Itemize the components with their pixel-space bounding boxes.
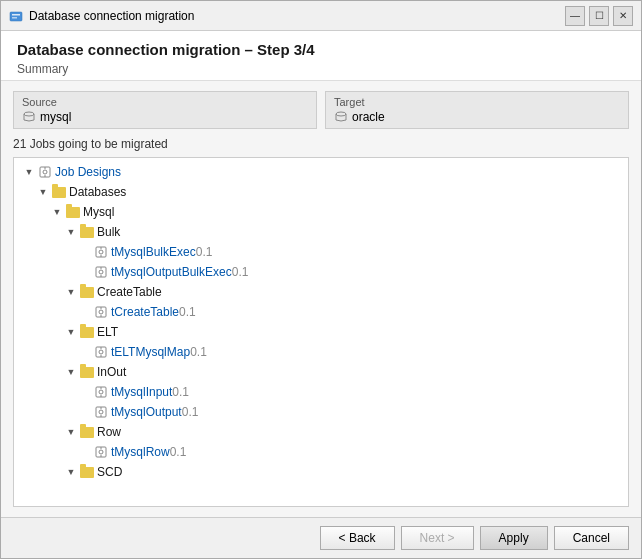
tree-item[interactable]: tMysqlInput 0.1 (14, 382, 628, 402)
tree-item-label: Mysql (83, 203, 114, 221)
tree-toggle-empty (78, 405, 92, 419)
tree-item[interactable]: tMysqlBulkExec 0.1 (14, 242, 628, 262)
tree-item[interactable]: tELTMysqlMap 0.1 (14, 342, 628, 362)
source-value-text: mysql (40, 110, 71, 124)
tree-item[interactable]: ▼ELT (14, 322, 628, 342)
source-box: Source mysql (13, 91, 317, 129)
target-value: oracle (334, 110, 620, 124)
source-value: mysql (22, 110, 308, 124)
tree-item-version: 0.1 (179, 303, 196, 321)
maximize-button[interactable]: ☐ (589, 6, 609, 26)
target-label: Target (334, 96, 620, 108)
component-icon (94, 406, 108, 418)
tree-toggle-empty (78, 385, 92, 399)
tree-item-label: tELTMysqlMap (111, 343, 190, 361)
jobs-count: 21 Jobs going to be migrated (13, 137, 629, 151)
tree-item[interactable]: ▼InOut (14, 362, 628, 382)
tree-item-label: Job Designs (55, 163, 121, 181)
svg-point-10 (99, 250, 103, 254)
tree-item-version: 0.1 (170, 443, 187, 461)
svg-rect-2 (12, 17, 17, 19)
folder-icon (80, 227, 94, 238)
dialog-header: Database connection migration – Step 3/4… (1, 31, 641, 81)
tree-item[interactable]: ▼Row (14, 422, 628, 442)
component-icon (94, 306, 108, 318)
tree-toggle-empty (78, 345, 92, 359)
tree-container[interactable]: ▼ Job Designs▼Databases▼Mysql▼Bulk tMysq… (13, 157, 629, 507)
svg-point-30 (99, 410, 103, 414)
source-label: Source (22, 96, 308, 108)
component-icon (94, 246, 108, 258)
folder-icon (80, 367, 94, 378)
svg-point-4 (336, 112, 346, 116)
tree-toggle[interactable]: ▼ (64, 365, 78, 379)
tree-toggle-empty (78, 305, 92, 319)
tree-item[interactable]: tMysqlOutput 0.1 (14, 402, 628, 422)
tree-item-label: Databases (69, 183, 126, 201)
app-icon (9, 9, 23, 23)
target-db-icon (334, 111, 348, 123)
component-icon (94, 266, 108, 278)
tree-item-label: tMysqlOutputBulkExec (111, 263, 232, 281)
svg-point-14 (99, 270, 103, 274)
tree-item-label: tCreateTable (111, 303, 179, 321)
tree-item[interactable]: tMysqlOutputBulkExec 0.1 (14, 262, 628, 282)
tree-toggle-empty (78, 445, 92, 459)
tree-toggle[interactable]: ▼ (36, 185, 50, 199)
title-bar-text: Database connection migration (29, 9, 194, 23)
tree-toggle[interactable]: ▼ (64, 285, 78, 299)
tree-toggle[interactable]: ▼ (50, 205, 64, 219)
tree-item-version: 0.1 (172, 383, 189, 401)
folder-icon (80, 427, 94, 438)
tree-item-label: tMysqlInput (111, 383, 172, 401)
tree-item-label: InOut (97, 363, 126, 381)
tree-toggle[interactable]: ▼ (64, 425, 78, 439)
back-button[interactable]: < Back (320, 526, 395, 550)
tree-item[interactable]: ▼ Job Designs (14, 162, 628, 182)
tree-toggle[interactable]: ▼ (64, 225, 78, 239)
component-icon (94, 386, 108, 398)
minimize-button[interactable]: — (565, 6, 585, 26)
component-icon (94, 446, 108, 458)
component-icon (94, 346, 108, 358)
tree-item[interactable]: ▼SCD (14, 462, 628, 482)
component-icon (38, 166, 52, 178)
tree-toggle[interactable]: ▼ (22, 165, 36, 179)
tree-item[interactable]: ▼Databases (14, 182, 628, 202)
tree-item[interactable]: tCreateTable 0.1 (14, 302, 628, 322)
source-target-row: Source mysql Target oracle (13, 91, 629, 129)
content-area: Source mysql Target oracle (1, 81, 641, 517)
tree-toggle-empty (78, 245, 92, 259)
cancel-button[interactable]: Cancel (554, 526, 629, 550)
tree-item[interactable]: ▼Bulk (14, 222, 628, 242)
dialog-window: Database connection migration — ☐ ✕ Data… (0, 0, 642, 559)
svg-rect-1 (12, 14, 20, 16)
folder-icon (80, 327, 94, 338)
tree-item-version: 0.1 (232, 263, 249, 281)
tree-item-label: Bulk (97, 223, 120, 241)
tree-item-label: CreateTable (97, 283, 162, 301)
svg-point-26 (99, 390, 103, 394)
tree-item-label: tMysqlRow (111, 443, 170, 461)
tree-item-label: tMysqlBulkExec (111, 243, 196, 261)
dialog-title: Database connection migration – Step 3/4 (17, 41, 625, 58)
close-button[interactable]: ✕ (613, 6, 633, 26)
tree-item-label: tMysqlOutput (111, 403, 182, 421)
tree-item[interactable]: ▼CreateTable (14, 282, 628, 302)
tree-item-label: ELT (97, 323, 118, 341)
folder-icon (52, 187, 66, 198)
apply-button[interactable]: Apply (480, 526, 548, 550)
tree-item[interactable]: ▼Mysql (14, 202, 628, 222)
tree-item[interactable]: tMysqlRow 0.1 (14, 442, 628, 462)
footer: < Back Next > Apply Cancel (1, 517, 641, 558)
tree-item-label: Row (97, 423, 121, 441)
tree-item-version: 0.1 (182, 403, 199, 421)
tree-item-label: SCD (97, 463, 122, 481)
next-button[interactable]: Next > (401, 526, 474, 550)
svg-rect-0 (10, 12, 22, 21)
tree-toggle[interactable]: ▼ (64, 325, 78, 339)
svg-point-3 (24, 112, 34, 116)
svg-point-6 (43, 170, 47, 174)
folder-icon (80, 467, 94, 478)
tree-toggle[interactable]: ▼ (64, 465, 78, 479)
